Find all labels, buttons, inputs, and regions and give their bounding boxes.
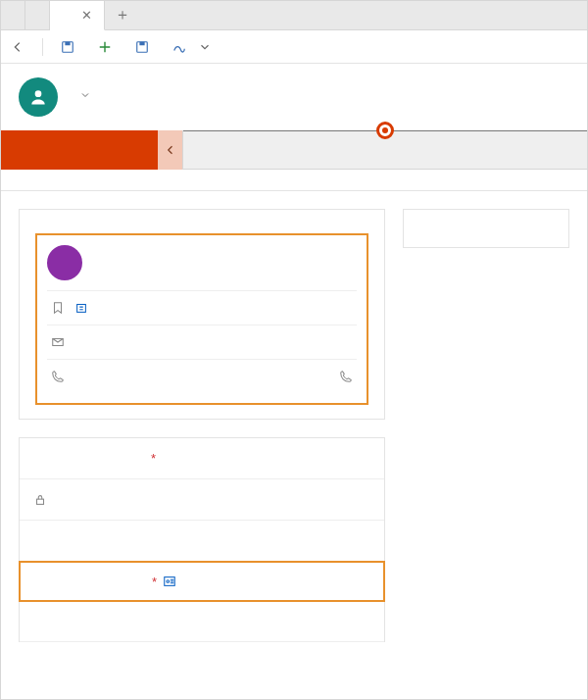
new-button[interactable] bbox=[98, 40, 118, 54]
phone-icon bbox=[51, 370, 65, 383]
close-icon[interactable]: ✕ bbox=[81, 8, 92, 23]
field-case-title[interactable]: * bbox=[20, 438, 384, 479]
phone-row bbox=[47, 359, 357, 393]
case-number-label bbox=[33, 493, 151, 507]
record-header bbox=[1, 64, 587, 125]
case-fields: * * * * bbox=[19, 437, 385, 642]
save-button[interactable] bbox=[135, 40, 155, 54]
save-close-button[interactable] bbox=[61, 40, 80, 54]
contact-avatar[interactable] bbox=[47, 245, 82, 280]
process-collapse-button[interactable] bbox=[158, 130, 183, 170]
left-column: * * * * bbox=[19, 209, 385, 642]
bookmark-icon bbox=[51, 301, 65, 315]
process-bar bbox=[1, 130, 587, 170]
svg-rect-3 bbox=[139, 41, 144, 45]
field-case-number: * bbox=[20, 479, 384, 521]
process-info[interactable] bbox=[1, 130, 158, 170]
field-origin[interactable]: * bbox=[20, 601, 384, 642]
field-subject[interactable]: * bbox=[20, 521, 384, 562]
svg-point-9 bbox=[167, 580, 170, 583]
plus-icon bbox=[98, 40, 112, 54]
content-area: * * * * bbox=[1, 191, 587, 660]
entity-avatar bbox=[19, 77, 58, 117]
contact-quick-view bbox=[35, 233, 368, 405]
general-information-card bbox=[19, 209, 385, 420]
form-tabs bbox=[1, 170, 587, 191]
flow-icon bbox=[172, 40, 186, 54]
back-button[interactable] bbox=[11, 40, 24, 54]
call-icon[interactable] bbox=[339, 370, 353, 383]
company-row bbox=[47, 290, 357, 325]
command-toolbar bbox=[1, 30, 587, 64]
lock-icon bbox=[33, 493, 47, 507]
chevron-down-icon bbox=[198, 40, 212, 54]
save-icon bbox=[135, 40, 149, 54]
right-column bbox=[403, 209, 569, 642]
tab-customer-summary[interactable] bbox=[1, 1, 25, 29]
svg-rect-1 bbox=[65, 41, 70, 45]
field-customer[interactable]: * bbox=[19, 561, 385, 602]
svg-point-4 bbox=[35, 90, 42, 97]
timeline-card bbox=[403, 209, 569, 248]
contact-icon bbox=[163, 575, 176, 588]
stage-marker-icon bbox=[376, 122, 394, 139]
svg-rect-5 bbox=[77, 305, 86, 313]
tab-new-case[interactable]: ✕ bbox=[50, 1, 105, 30]
back-icon bbox=[11, 40, 24, 54]
email-row bbox=[47, 325, 357, 359]
svg-rect-7 bbox=[37, 499, 44, 504]
toolbar-separator bbox=[42, 38, 43, 56]
mail-icon bbox=[51, 335, 65, 349]
customer-lookup-value[interactable] bbox=[163, 575, 182, 588]
process-stage-identify[interactable] bbox=[183, 130, 587, 170]
tab-kb-search[interactable] bbox=[25, 1, 50, 29]
chevron-down-icon bbox=[79, 89, 93, 103]
flow-button[interactable] bbox=[172, 40, 212, 54]
required-marker: * bbox=[152, 575, 157, 589]
required-marker: * bbox=[151, 451, 156, 466]
breadcrumb[interactable] bbox=[72, 89, 93, 103]
add-tab-button[interactable]: ＋ bbox=[105, 1, 140, 29]
account-icon bbox=[74, 301, 88, 315]
main-tab-bar: ✕ ＋ bbox=[1, 1, 587, 30]
save-close-icon bbox=[61, 40, 74, 54]
